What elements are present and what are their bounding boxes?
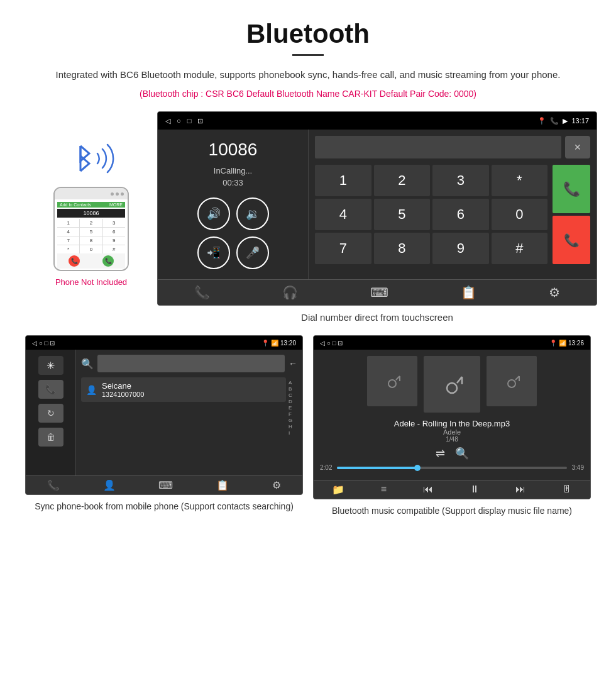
- phone-key-2[interactable]: 2: [80, 219, 102, 227]
- nav-settings-icon[interactable]: ⚙: [549, 285, 560, 300]
- key-9[interactable]: 9: [432, 233, 489, 264]
- nav-headset-icon[interactable]: 🎧: [282, 285, 298, 300]
- dial-timer: 00:33: [223, 178, 243, 187]
- key-1[interactable]: 1: [315, 165, 371, 196]
- phone-dot-3: [121, 192, 124, 196]
- dial-left-panel: 10086 InCalling... 00:33 🔊 🔉 📲 🎤: [158, 130, 309, 279]
- key-hash[interactable]: #: [492, 233, 548, 264]
- dial-input-field[interactable]: [315, 136, 561, 158]
- music-status-left: ◁ ○ □ ⊡: [320, 340, 343, 347]
- pb-bottom-nav: 📞 👤 ⌨ 📋 ⚙: [26, 475, 302, 494]
- svg-point-7: [508, 380, 515, 387]
- music-block: ◁ ○ □ ⊡ 📍 📶 13:26: [313, 335, 591, 518]
- music-status-right: 📍 📶 13:26: [549, 340, 584, 347]
- dial-controls: 🔊 🔉 📲 🎤: [197, 197, 269, 269]
- phone-not-included-label: Phone Not Included: [55, 277, 127, 287]
- music-bottom-nav: 📁 ≡ ⏮ ⏸ ⏭ 🎚: [314, 480, 590, 499]
- pb-phone-icon[interactable]: 📞: [38, 380, 63, 399]
- key-7[interactable]: 7: [315, 233, 371, 264]
- music-nav-play-icon[interactable]: ⏸: [470, 484, 480, 496]
- music-content: Adele - Rolling In the Deep.mp3 Adele 1/…: [314, 350, 590, 480]
- music-nav-folder-icon[interactable]: 📁: [332, 484, 344, 496]
- phone-illustration: Add to ContactsMORE 10086 1 2 3 4 5 6 7 …: [25, 111, 157, 287]
- pb-bluetooth-icon[interactable]: ✳: [38, 356, 63, 375]
- key-2[interactable]: 2: [374, 165, 431, 196]
- pb-nav-keypad-icon[interactable]: ⌨: [158, 479, 173, 491]
- dial-clear-btn[interactable]: ✕: [565, 136, 590, 158]
- key-3[interactable]: 3: [432, 165, 489, 196]
- phone-call-btn[interactable]: 📞: [102, 255, 114, 267]
- phone-key-7[interactable]: 7: [57, 236, 79, 245]
- status-right-icons: 📍 📞 ▶ 13:17: [537, 117, 589, 125]
- phone-key-1[interactable]: 1: [57, 219, 79, 227]
- pb-nav-contacts-icon[interactable]: 📋: [216, 479, 229, 491]
- pb-nav-settings-icon[interactable]: ⚙: [272, 479, 281, 491]
- subtitle-text: Integrated with BC6 Bluetooth module, su…: [25, 67, 591, 82]
- svg-point-4: [447, 383, 457, 393]
- pb-contact-row[interactable]: 👤 Seicane 13241007000: [81, 377, 286, 402]
- pb-contact-info: Seicane 13241007000: [102, 381, 144, 398]
- music-album-art-center: [424, 356, 480, 413]
- location-icon: 📍: [537, 117, 546, 125]
- call-answer-btn[interactable]: 📞: [553, 165, 590, 213]
- mute-btn[interactable]: 🎤: [236, 236, 269, 269]
- music-progress-bar[interactable]: [337, 467, 566, 469]
- key-6[interactable]: 6: [432, 199, 489, 230]
- key-4[interactable]: 4: [315, 199, 371, 230]
- pb-nav-phone-icon[interactable]: 📞: [47, 479, 60, 491]
- dial-input-row: ✕: [315, 136, 590, 158]
- volume-down-btn[interactable]: 🔉: [236, 197, 269, 230]
- keypad-and-actions: 1 2 3 * 4 5 6 0 7 8 9 #: [315, 165, 590, 264]
- music-album-art-left: [367, 356, 417, 406]
- bluetooth-info: (Bluetooth chip : CSR BC6 Default Blueto…: [25, 89, 591, 99]
- music-total-time: 3:49: [572, 464, 584, 471]
- dial-screen: ◁ ○ □ ⊡ 📍 📞 ▶ 13:17: [157, 111, 597, 306]
- phone-end-call-btn[interactable]: 📞: [69, 255, 80, 267]
- phone-key-hash[interactable]: #: [103, 245, 125, 253]
- phone-number-display: 10086: [57, 209, 125, 218]
- key-star[interactable]: *: [492, 165, 548, 196]
- volume-up-btn[interactable]: 🔊: [197, 197, 230, 230]
- nav-keypad-icon[interactable]: ⌨: [370, 285, 388, 300]
- clock-display: 13:17: [571, 117, 589, 125]
- phonebook-caption: Sync phone-book from mobile phone (Suppo…: [35, 500, 294, 513]
- phone-key-9[interactable]: 9: [103, 236, 125, 245]
- phone-key-0[interactable]: 0: [80, 245, 102, 253]
- music-title-area: Adele - Rolling In the Deep.mp3 Adele 1/…: [394, 419, 510, 443]
- dial-right-panel: ✕ 1 2 3 * 4 5 6 0: [309, 130, 597, 279]
- phone-key-3[interactable]: 3: [103, 219, 125, 227]
- music-shuffle-icon[interactable]: ⇌: [436, 447, 445, 460]
- phone-key-6[interactable]: 6: [103, 228, 125, 236]
- pb-status-left: ◁ ○ □ ⊡: [32, 340, 55, 347]
- music-nav-list-icon[interactable]: ≡: [381, 484, 387, 496]
- music-screen: ◁ ○ □ ⊡ 📍 📶 13:26: [313, 335, 591, 499]
- music-album-art-right: [487, 356, 537, 406]
- pb-back-btn[interactable]: ←: [289, 358, 297, 369]
- phone-signal-icon: 📞: [550, 117, 559, 125]
- phone-dot: [111, 192, 114, 196]
- phone-key-5[interactable]: 5: [80, 228, 102, 236]
- phone-key-4[interactable]: 4: [57, 228, 79, 236]
- transfer-btn[interactable]: 📲: [197, 236, 230, 269]
- bottom-nav: 📞 🎧 ⌨ 📋 ⚙: [158, 279, 597, 305]
- pb-delete-icon[interactable]: 🗑: [38, 428, 63, 447]
- phone-key-star[interactable]: *: [57, 245, 79, 253]
- music-nav-next-icon[interactable]: ⏭: [515, 484, 525, 496]
- pb-nav-person-icon[interactable]: 👤: [103, 479, 116, 491]
- music-track-name: Adele - Rolling In the Deep.mp3: [394, 419, 510, 428]
- phonebook-screen: ◁ ○ □ ⊡ 📍 📶 13:20 ✳ 📞 ↻ 🗑 🔍: [25, 335, 303, 495]
- music-nav-prev-icon[interactable]: ⏮: [423, 484, 433, 496]
- key-5[interactable]: 5: [374, 199, 431, 230]
- pb-content: ✳ 📞 ↻ 🗑 🔍 ←: [26, 350, 302, 475]
- key-8[interactable]: 8: [374, 233, 431, 264]
- music-nav-eq-icon[interactable]: 🎚: [562, 484, 572, 496]
- nav-contacts-icon[interactable]: 📋: [461, 285, 476, 300]
- call-end-btn[interactable]: 📞: [553, 216, 590, 264]
- nav-phone-icon[interactable]: 📞: [194, 285, 210, 300]
- key-0[interactable]: 0: [492, 199, 548, 230]
- status-left-icons: ◁ ○ □ ⊡: [165, 117, 203, 125]
- music-search-icon[interactable]: 🔍: [455, 447, 469, 460]
- pb-sync-icon[interactable]: ↻: [38, 404, 63, 423]
- pb-search-input[interactable]: [97, 355, 285, 372]
- phone-key-8[interactable]: 8: [80, 236, 102, 245]
